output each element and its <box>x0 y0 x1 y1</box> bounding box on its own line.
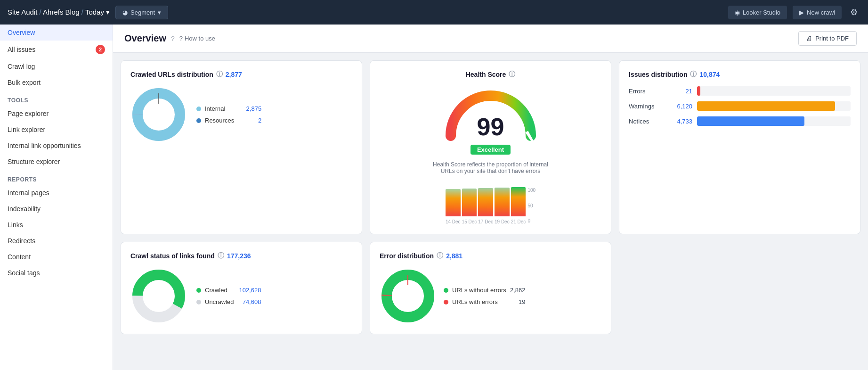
health-score-info-icon[interactable]: ⓘ <box>509 70 515 79</box>
internal-value: 2,875 <box>238 105 261 112</box>
resources-dot <box>196 118 201 123</box>
without-errors-dot <box>444 288 448 293</box>
score-description: Health Score reflects the proportion of … <box>430 161 552 174</box>
issues-badge: 2 <box>96 45 105 54</box>
crawl-status-donut <box>130 268 187 324</box>
issues-rows: Errors 21 Warnings 6,120 N <box>629 86 851 126</box>
reports-section-header: Reports <box>0 170 113 185</box>
warnings-label: Warnings <box>629 103 666 110</box>
errors-bar <box>697 86 700 96</box>
crawled-urls-info-icon[interactable]: ⓘ <box>216 70 223 79</box>
how-to-use-link[interactable]: ? How to use <box>179 35 215 42</box>
uncrawled-value: 74,608 <box>237 298 261 305</box>
sidebar-item-bulk-export[interactable]: Bulk export <box>0 74 113 90</box>
bar-col-1: 15 Dec <box>462 189 477 224</box>
bar-3 <box>495 188 510 216</box>
bar-col-2: 17 Dec <box>478 188 493 224</box>
segment-icon: ◕ <box>122 9 128 16</box>
bar-4 <box>511 187 526 216</box>
bar-2 <box>478 188 493 216</box>
sidebar-item-content[interactable]: Content <box>0 249 113 265</box>
bar-1 <box>462 189 477 216</box>
bar-col-4: 21 Dec <box>511 187 526 224</box>
error-dist-title: Error distribution ⓘ 2,881 <box>380 252 601 260</box>
sidebar-item-page-explorer[interactable]: Page explorer <box>0 106 113 122</box>
health-chart: 14 Dec 15 Dec 17 Dec 19 Dec <box>442 182 539 224</box>
crawl-log-label: Crawl log <box>8 63 35 70</box>
legend-without-errors: URLs without errors 2,862 <box>444 287 525 294</box>
notices-bar <box>697 116 804 126</box>
with-errors-value: 19 <box>519 298 525 305</box>
crawl-status-info-icon[interactable]: ⓘ <box>218 252 224 260</box>
sidebar-item-crawl-log[interactable]: Crawl log <box>0 58 113 74</box>
layout: Overview All issues 2 Crawl log Bulk exp… <box>0 25 868 370</box>
crawled-urls-donut <box>130 86 187 143</box>
overview-label: Overview <box>8 29 35 36</box>
sidebar-item-link-explorer[interactable]: Link explorer <box>0 122 113 138</box>
main-content: Overview ? ? How to use 🖨 Print to PDF C… <box>113 25 868 370</box>
new-crawl-button[interactable]: ▶ New crawl <box>793 6 842 19</box>
warnings-bar-wrap <box>697 101 851 111</box>
sidebar-item-internal-pages[interactable]: Internal pages <box>0 185 113 201</box>
sidebar-item-internal-link-opportunities[interactable]: Internal link opportunities <box>0 138 113 154</box>
sidebar-item-all-issues[interactable]: All issues 2 <box>0 41 113 58</box>
with-errors-dot <box>444 300 448 304</box>
error-dist-total: 2,881 <box>446 252 462 260</box>
all-issues-label: All issues <box>8 46 35 53</box>
looker-studio-button[interactable]: ◉ Looker Studio <box>728 6 787 19</box>
sidebar-item-links[interactable]: Links <box>0 217 113 233</box>
question-icon: ? <box>179 35 183 42</box>
crawled-value: 102,628 <box>237 287 261 294</box>
segment-label: Segment <box>130 9 155 16</box>
sidebar-item-indexability[interactable]: Indexability <box>0 201 113 217</box>
score-number: 99 <box>477 115 504 139</box>
sidebar-item-overview[interactable]: Overview <box>0 25 113 41</box>
settings-button[interactable]: ⚙ <box>847 4 860 20</box>
gauge-container: 99 <box>444 86 538 148</box>
notices-label: Notices <box>629 118 666 125</box>
page-title: Overview <box>124 33 166 44</box>
print-icon: 🖨 <box>806 35 812 42</box>
crawled-urls-legend: Internal 2,875 Resources 2 <box>196 105 261 124</box>
error-dist-legend: URLs without errors 2,862 URLs with erro… <box>444 287 525 305</box>
crawl-status-donut-container: Crawled 102,628 Uncrawled 74,608 <box>130 268 352 324</box>
warnings-bar <box>697 101 835 111</box>
print-to-pdf-button[interactable]: 🖨 Print to PDF <box>798 31 857 46</box>
crawled-dot <box>196 288 201 293</box>
legend-crawled: Crawled 102,628 <box>196 287 261 294</box>
errors-value: 21 <box>671 88 692 95</box>
bar-0 <box>446 189 461 216</box>
play-icon: ▶ <box>799 9 804 16</box>
segment-button[interactable]: ◕ Segment ▾ <box>115 6 168 19</box>
issues-dist-info-icon[interactable]: ⓘ <box>690 70 697 79</box>
legend-uncrawled: Uncrawled 74,608 <box>196 298 261 305</box>
sidebar-item-redirects[interactable]: Redirects <box>0 233 113 249</box>
error-dist-info-icon[interactable]: ⓘ <box>437 252 443 260</box>
resources-value: 2 <box>238 117 261 124</box>
error-dist-donut <box>380 268 436 324</box>
without-errors-value: 2,862 <box>510 287 526 294</box>
header-info-icon[interactable]: ? <box>171 35 175 42</box>
crawled-urls-card: Crawled URLs distribution ⓘ 2,877 <box>121 60 362 234</box>
bulk-export-label: Bulk export <box>8 79 41 86</box>
crawled-urls-title: Crawled URLs distribution ⓘ 2,877 <box>130 70 352 79</box>
error-distribution-card: Error distribution ⓘ 2,881 <box>370 242 611 334</box>
bar-col-3: 19 Dec <box>495 188 510 224</box>
issues-distribution-card: Issues distribution ⓘ 10,874 Errors 21 W… <box>619 60 860 234</box>
issues-dist-total: 10,874 <box>699 71 720 78</box>
bar-col-0: 14 Dec <box>446 189 461 224</box>
health-score-title: Health Score ⓘ <box>466 70 516 79</box>
errors-label: Errors <box>629 88 666 95</box>
sidebar-item-social-tags[interactable]: Social tags <box>0 265 113 281</box>
health-score-card: Health Score ⓘ <box>370 60 611 234</box>
error-dist-container: URLs without errors 2,862 URLs with erro… <box>380 268 601 324</box>
crawled-urls-donut-container: Internal 2,875 Resources 2 <box>130 86 352 143</box>
breadcrumb: Site Audit / Ahrefs Blog / Today ▾ <box>8 8 110 16</box>
crawl-status-total: 177,236 <box>227 252 251 260</box>
crawl-status-legend: Crawled 102,628 Uncrawled 74,608 <box>196 287 261 305</box>
legend-resources: Resources 2 <box>196 117 261 124</box>
issue-row-warnings: Warnings 6,120 <box>629 101 851 111</box>
page-header: Overview ? ? How to use 🖨 Print to PDF <box>113 25 868 53</box>
sidebar-item-structure-explorer[interactable]: Structure explorer <box>0 154 113 170</box>
dashboard-grid: Crawled URLs distribution ⓘ 2,877 <box>113 53 868 342</box>
